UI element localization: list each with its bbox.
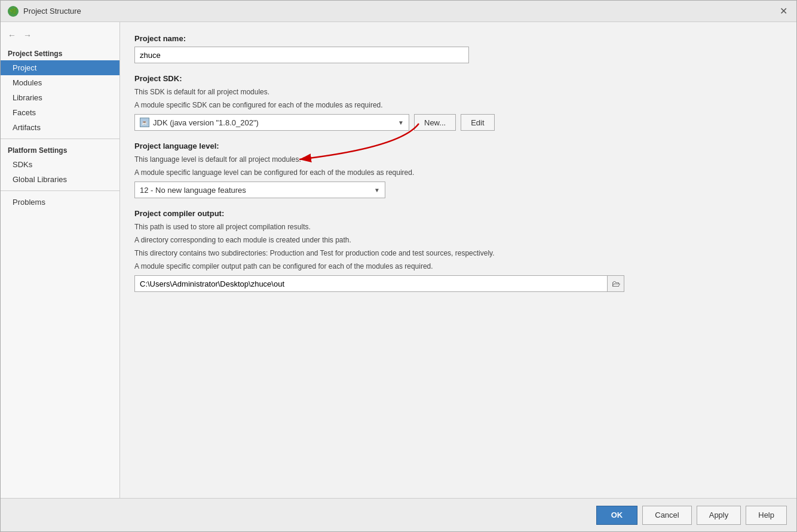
- project-name-input[interactable]: [134, 47, 469, 63]
- content-area: ← → Project Settings Project Modules Lib…: [1, 22, 796, 498]
- compiler-desc2: A directory corresponding to each module…: [134, 235, 782, 245]
- folder-browse-button[interactable]: 🗁: [607, 276, 624, 291]
- sidebar-item-modules-label: Modules: [13, 78, 42, 87]
- nav-back-forward: ← →: [1, 27, 119, 46]
- compiler-section: Project compiler output: This path is us…: [134, 209, 782, 292]
- cancel-button[interactable]: Cancel: [642, 506, 691, 525]
- lang-desc1: This language level is default for all p…: [134, 154, 782, 165]
- compiler-desc3: This directory contains two subdirectori…: [134, 248, 782, 259]
- lang-desc2: A module specific language level can be …: [134, 167, 782, 178]
- sidebar-item-libraries[interactable]: Libraries: [1, 90, 119, 105]
- apply-button[interactable]: Apply: [697, 506, 741, 525]
- project-settings-label: Project Settings: [1, 46, 119, 60]
- footer-bar: OK Cancel Apply Help: [1, 498, 796, 531]
- sdk-new-button[interactable]: New...: [414, 114, 456, 131]
- ok-button[interactable]: OK: [596, 506, 638, 525]
- lang-dropdown[interactable]: 12 - No new language features ▼: [134, 182, 385, 198]
- sidebar-item-problems[interactable]: Problems: [1, 195, 119, 210]
- nav-back-button[interactable]: ←: [5, 29, 19, 41]
- sdk-value: JDK (java version "1.8.0_202"): [153, 118, 259, 127]
- project-structure-dialog: 🌿 Project Structure ✕ ← → Project Settin…: [0, 0, 797, 532]
- sidebar-item-modules[interactable]: Modules: [1, 75, 119, 90]
- lang-dropdown-arrow: ▼: [374, 187, 380, 193]
- sidebar-divider: [1, 139, 119, 139]
- compiler-desc4: A module specific compiler output path c…: [134, 261, 782, 272]
- sdk-edit-button[interactable]: Edit: [461, 114, 494, 131]
- sidebar-item-libraries-label: Libraries: [13, 93, 42, 102]
- sidebar-divider-2: [1, 190, 119, 191]
- project-name-section: Project name:: [134, 34, 782, 63]
- sidebar-item-project-label: Project: [13, 63, 36, 72]
- title-bar: 🌿 Project Structure ✕: [1, 1, 796, 22]
- sdk-dropdown-left: ☕ JDK (java version "1.8.0_202"): [140, 118, 259, 127]
- sidebar-item-facets[interactable]: Facets: [1, 105, 119, 120]
- compiler-label: Project compiler output:: [134, 209, 782, 218]
- app-icon: 🌿: [8, 6, 19, 17]
- title-bar-left: 🌿 Project Structure: [8, 6, 81, 17]
- platform-settings-label: Platform Settings: [1, 143, 119, 157]
- lang-section: Project language level: This language le…: [134, 142, 782, 198]
- help-button[interactable]: Help: [746, 506, 787, 525]
- lang-value: 12 - No new language features: [140, 186, 246, 195]
- sdk-desc2: A module specific SDK can be configured …: [134, 100, 782, 110]
- sidebar-item-global-libraries-label: Global Libraries: [13, 175, 67, 184]
- lang-label: Project language level:: [134, 142, 782, 150]
- sidebar-item-global-libraries[interactable]: Global Libraries: [1, 172, 119, 187]
- compiler-desc1: This path is used to store all project c…: [134, 222, 782, 232]
- main-content: Project name: Project SDK: This SDK is d…: [120, 22, 796, 315]
- sdk-row: ☕ JDK (java version "1.8.0_202") ▼ New..…: [134, 114, 782, 131]
- sidebar-item-problems-label: Problems: [13, 198, 45, 207]
- sdk-dropdown[interactable]: ☕ JDK (java version "1.8.0_202") ▼: [134, 114, 409, 131]
- sdk-label: Project SDK:: [134, 74, 782, 83]
- sidebar-item-artifacts-label: Artifacts: [13, 123, 41, 132]
- sidebar-item-sdks[interactable]: SDKs: [1, 157, 119, 172]
- sidebar-item-sdks-label: SDKs: [13, 160, 32, 169]
- sidebar-item-project[interactable]: Project: [1, 60, 119, 75]
- sdk-section: Project SDK: This SDK is default for all…: [134, 74, 782, 131]
- sdk-dropdown-arrow: ▼: [398, 119, 404, 126]
- sidebar-item-facets-label: Facets: [13, 108, 36, 117]
- sidebar-item-artifacts[interactable]: Artifacts: [1, 120, 119, 135]
- jdk-icon: ☕: [140, 118, 149, 127]
- sdk-desc1: This SDK is default for all project modu…: [134, 87, 782, 97]
- main-wrapper: Project name: Project SDK: This SDK is d…: [120, 22, 796, 498]
- close-button[interactable]: ✕: [777, 5, 789, 17]
- nav-forward-button[interactable]: →: [21, 29, 34, 41]
- compiler-output-row: 🗁: [134, 275, 624, 292]
- compiler-output-input[interactable]: [135, 276, 607, 291]
- dialog-title: Project Structure: [23, 7, 81, 16]
- project-name-label: Project name:: [134, 34, 782, 43]
- sidebar: ← → Project Settings Project Modules Lib…: [1, 22, 120, 498]
